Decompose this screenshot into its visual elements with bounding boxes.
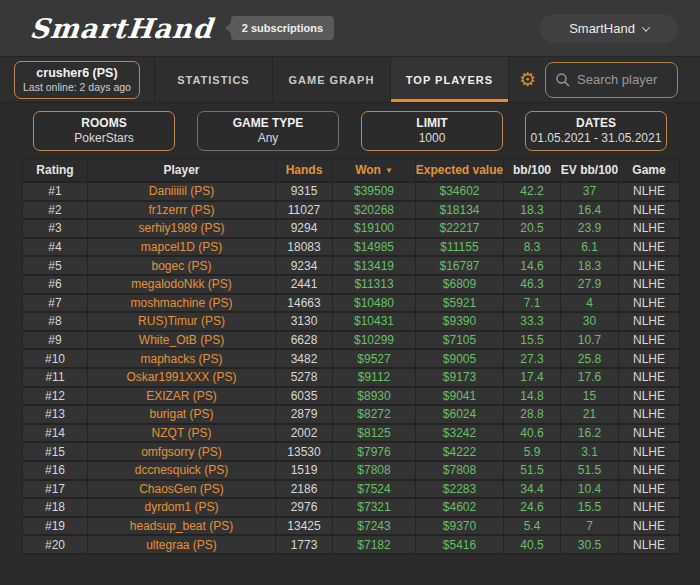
cell-rating: #1 — [23, 183, 88, 200]
column-header-expected-value[interactable]: Expected value — [416, 159, 504, 181]
cell-player: dyrdom1 (PS) — [88, 499, 276, 516]
app-logo[interactable]: SmartHand — [28, 13, 214, 44]
cell-hands: 13425 — [276, 518, 333, 535]
cell-rating: #11 — [23, 369, 88, 386]
cell-bb-100: 5.9 — [504, 443, 561, 460]
cell-game: NLHE — [619, 462, 679, 479]
cell-ev-bb-100: 17.6 — [561, 369, 619, 386]
cell-ev-bb-100: 16.4 — [561, 202, 619, 219]
cell-rating: #10 — [23, 350, 88, 367]
cell-hands: 18083 — [276, 239, 333, 256]
cell-player: megalodoNkk (PS) — [88, 276, 276, 293]
cell-won: $10431 — [333, 313, 416, 330]
cell-bb-100: 34.4 — [504, 481, 561, 498]
cell-bb-100: 14.6 — [504, 257, 561, 274]
table-row[interactable]: #9White_OtB (PS)6628$10299$710515.510.7N… — [23, 332, 679, 351]
table-row[interactable]: #11Oskar1991XXX (PS)5278$9112$917317.417… — [23, 369, 679, 388]
cell-player: EXIZAR (PS) — [88, 388, 276, 405]
cell-rating: #20 — [23, 536, 88, 553]
cell-expected-value: $3242 — [416, 425, 504, 442]
cell-won: $9527 — [333, 350, 416, 367]
filter-game-type[interactable]: GAME TYPEAny — [197, 111, 339, 151]
cell-game: NLHE — [619, 313, 679, 330]
player-card[interactable]: crusher6 (PS) Last online: 2 days ago — [14, 61, 140, 99]
cell-game: NLHE — [619, 257, 679, 274]
cell-expected-value: $9041 — [416, 388, 504, 405]
cell-bb-100: 17.4 — [504, 369, 561, 386]
cell-hands: 11027 — [276, 202, 333, 219]
cell-expected-value: $6809 — [416, 276, 504, 293]
tab-top-players[interactable]: TOP PLAYERS — [391, 57, 509, 102]
cell-ev-bb-100: 10.7 — [561, 332, 619, 349]
column-header-won[interactable]: Won▼ — [333, 159, 416, 181]
table-row[interactable]: #1Daniiiiil (PS)9315$39509$3460242.237NL… — [23, 183, 679, 202]
table-row[interactable]: #3serhiy1989 (PS)9294$19100$2221720.523.… — [23, 220, 679, 239]
cell-hands: 14663 — [276, 295, 333, 312]
cell-won: $7182 — [333, 536, 416, 553]
cell-won: $8930 — [333, 388, 416, 405]
cell-game: NLHE — [619, 388, 679, 405]
cell-bb-100: 51.5 — [504, 462, 561, 479]
cell-rating: #15 — [23, 443, 88, 460]
table-row[interactable]: #20ultegraa (PS)1773$7182$541640.530.5NL… — [23, 536, 679, 555]
column-header-ev-bb-100[interactable]: EV bb/100 — [561, 159, 619, 181]
cell-hands: 13530 — [276, 443, 333, 460]
table-row[interactable]: #17ChaosGen (PS)2186$7524$228334.410.4NL… — [23, 481, 679, 500]
table-row[interactable]: #19headsup_beat (PS)13425$7243$93705.47N… — [23, 518, 679, 537]
cell-ev-bb-100: 37 — [561, 183, 619, 200]
filter-dates[interactable]: DATES01.05.2021 - 31.05.2021 — [525, 111, 667, 151]
cell-won: $7243 — [333, 518, 416, 535]
cell-player: fr1zerrr (PS) — [88, 202, 276, 219]
cell-rating: #7 — [23, 295, 88, 312]
filter-limit[interactable]: LIMIT1000 — [361, 111, 503, 151]
account-menu-button[interactable]: SmartHand — [540, 14, 678, 43]
cell-bb-100: 46.3 — [504, 276, 561, 293]
cell-hands: 9315 — [276, 183, 333, 200]
table-row[interactable]: #6megalodoNkk (PS)2441$11313$680946.327.… — [23, 276, 679, 295]
column-header-hands[interactable]: Hands — [276, 159, 333, 181]
cell-expected-value: $11155 — [416, 239, 504, 256]
table-row[interactable]: #8RUS)Timur (PS)3130$10431$939033.330NLH… — [23, 313, 679, 332]
table-row[interactable]: #5bogec (PS)9234$13419$1678714.618.3NLHE — [23, 257, 679, 276]
table-row[interactable]: #4mapcel1D (PS)18083$14985$111558.36.1NL… — [23, 239, 679, 258]
cell-player: RUS)Timur (PS) — [88, 313, 276, 330]
table-row[interactable]: #16dccnesquick (PS)1519$7808$780851.551.… — [23, 462, 679, 481]
tabs-container: STATISTICSGAME GRAPHTOP PLAYERS — [155, 57, 509, 102]
cell-ev-bb-100: 7 — [561, 518, 619, 535]
table-row[interactable]: #18dyrdom1 (PS)2976$7321$460224.615.5NLH… — [23, 499, 679, 518]
table-row[interactable]: #13burigat (PS)2879$8272$602428.821NLHE — [23, 406, 679, 425]
table-row[interactable]: #14NZQT (PS)2002$8125$324240.616.2NLHE — [23, 425, 679, 444]
search-icon — [555, 72, 571, 88]
cell-won: $8125 — [333, 425, 416, 442]
table-row[interactable]: #10maphacks (PS)3482$9527$900527.325.8NL… — [23, 350, 679, 369]
cell-player: dccnesquick (PS) — [88, 462, 276, 479]
cell-ev-bb-100: 30.5 — [561, 536, 619, 553]
cell-player: NZQT (PS) — [88, 425, 276, 442]
cell-player: headsup_beat (PS) — [88, 518, 276, 535]
table-row[interactable]: #12EXIZAR (PS)6035$8930$904114.815NLHE — [23, 388, 679, 407]
settings-gear-icon[interactable]: ⚙ — [519, 57, 536, 102]
cell-won: $7321 — [333, 499, 416, 516]
table-row[interactable]: #7moshmachine (PS)14663$10480$59217.14NL… — [23, 295, 679, 314]
cell-bb-100: 20.5 — [504, 220, 561, 237]
search-box — [545, 62, 678, 98]
tab-game-graph[interactable]: GAME GRAPH — [273, 57, 391, 102]
column-header-player[interactable]: Player — [88, 159, 276, 181]
column-header-game[interactable]: Game — [619, 159, 679, 181]
cell-game: NLHE — [619, 202, 679, 219]
column-header-bb-100[interactable]: bb/100 — [504, 159, 561, 181]
cell-ev-bb-100: 6.1 — [561, 239, 619, 256]
filter-rooms[interactable]: ROOMSPokerStars — [33, 111, 175, 151]
filter-label: ROOMS — [81, 116, 126, 131]
column-header-rating[interactable]: Rating — [23, 159, 88, 181]
cell-won: $10299 — [333, 332, 416, 349]
table-header-row: RatingPlayerHandsWon▼Expected valuebb/10… — [23, 159, 679, 183]
cell-expected-value: $9390 — [416, 313, 504, 330]
cell-expected-value: $7105 — [416, 332, 504, 349]
tab-statistics[interactable]: STATISTICS — [155, 57, 273, 102]
table-row[interactable]: #2fr1zerrr (PS)11027$20268$1813418.316.4… — [23, 202, 679, 221]
cell-won: $7976 — [333, 443, 416, 460]
filter-label: DATES — [576, 116, 616, 131]
table-row[interactable]: #15omfgsorry (PS)13530$7976$42225.93.1NL… — [23, 443, 679, 462]
cell-game: NLHE — [619, 369, 679, 386]
